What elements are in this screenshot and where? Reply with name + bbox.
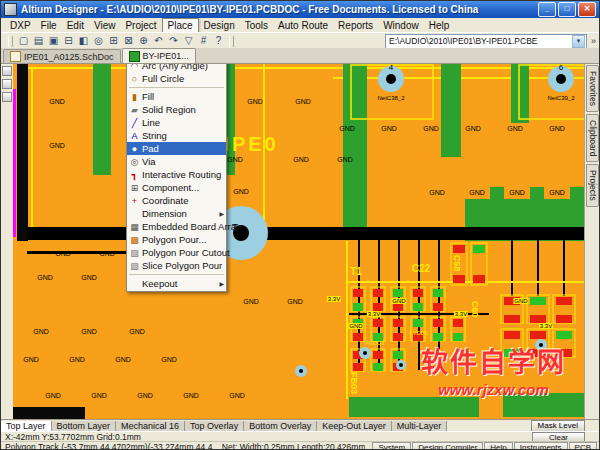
menubar-item-dxp[interactable]: DXP xyxy=(5,19,36,32)
layer-tab-mechanical-16[interactable]: Mechanical 16 xyxy=(116,421,185,432)
menubar-item-reports[interactable]: Reports xyxy=(333,19,378,32)
submenu-arrow-icon: ▶ xyxy=(216,210,224,217)
place-menu-item-slice-polygon-pour[interactable]: ▧Slice Polygon Pour xyxy=(127,259,226,272)
print-preview-icon[interactable]: ◧ xyxy=(76,34,91,48)
panel-button-system[interactable]: System xyxy=(372,442,411,450)
solid-region-icon: ▰ xyxy=(127,105,142,115)
place-menu-item-string[interactable]: AString xyxy=(127,129,226,142)
close-button[interactable]: ✕ xyxy=(578,2,596,17)
place-menu-item-pad[interactable]: ●Pad xyxy=(127,142,226,155)
menu-item-label: Pad xyxy=(142,143,216,154)
menubar-item-view[interactable]: View xyxy=(89,19,121,32)
place-menu-item-dimension[interactable]: Dimension▶ xyxy=(127,207,226,220)
menubar-item-file[interactable]: File xyxy=(36,19,62,32)
pcb-canvas[interactable] xyxy=(13,63,587,419)
menu-item-label: Polygon Pour Cutout xyxy=(142,247,230,258)
layer-tab-bottom-layer[interactable]: Bottom Layer xyxy=(52,421,117,432)
left-tool-button-1[interactable] xyxy=(2,66,12,76)
place-menu-item-full-circle[interactable]: ○Full Circle xyxy=(127,72,226,85)
doc-tab-label: BY-IPE01... xyxy=(143,51,189,61)
coordinate-icon: + xyxy=(127,196,142,206)
zoom-area-icon[interactable]: ⊞ xyxy=(106,34,121,48)
fill-icon: ▮ xyxy=(127,92,142,102)
save-icon[interactable]: ▣ xyxy=(46,34,61,48)
toolbar-overflow-button[interactable]: » xyxy=(591,36,596,46)
panel-button-design-compiler[interactable]: Design Compiler xyxy=(412,442,483,450)
zoom-selection-icon[interactable]: ⊠ xyxy=(121,34,136,48)
cross-probe-icon[interactable]: ⊕ xyxy=(136,34,151,48)
menubar-item-place[interactable]: Place xyxy=(162,18,199,32)
sch-doc-icon xyxy=(10,51,21,62)
layer-tab-top-overlay[interactable]: Top Overlay xyxy=(185,421,244,432)
status-bar-hint: Polygon Track (-53.7mm,44.4702mm)(-33.27… xyxy=(1,441,599,450)
place-menu-item-polygon-pour[interactable]: ▩Polygon Pour... xyxy=(127,233,226,246)
undo-icon[interactable]: ↶ xyxy=(151,34,166,48)
filter-icon[interactable]: ▽ xyxy=(181,34,196,48)
menubar-item-window[interactable]: Window xyxy=(378,19,424,32)
pcb-artwork xyxy=(13,63,587,419)
maximize-button[interactable]: □ xyxy=(558,2,576,17)
main-area: FavoritesClipboardProjects xyxy=(1,63,599,419)
toolbar-grip[interactable] xyxy=(8,36,13,47)
menu-item-label: Embedded Board Array xyxy=(142,221,241,232)
panel-button-help[interactable]: Help xyxy=(484,442,512,450)
menu-item-label: Full Circle xyxy=(142,73,216,84)
menu-separator xyxy=(129,274,224,275)
panel-button-pcb[interactable]: PCB xyxy=(569,442,597,450)
redo-icon[interactable]: ↷ xyxy=(166,34,181,48)
panel-tab-projects[interactable]: Projects xyxy=(586,164,599,207)
left-tool-button-2[interactable] xyxy=(2,79,12,89)
menu-separator xyxy=(129,87,224,88)
panel-tab-clipboard[interactable]: Clipboard xyxy=(586,114,599,162)
document-path-combo[interactable]: E:\AUDIO\2010\IPE01\BY-IPE01.PCBE ▼ xyxy=(385,34,587,49)
menu-item-label: Keepout xyxy=(142,278,216,289)
place-menu-item-coordinate[interactable]: +Coordinate xyxy=(127,194,226,207)
menubar-item-tools[interactable]: Tools xyxy=(240,19,273,32)
pcb-doc-icon xyxy=(129,51,140,62)
place-menu-item-line[interactable]: ╱Line xyxy=(127,116,226,129)
place-menu-item-solid-region[interactable]: ▰Solid Region xyxy=(127,103,226,116)
menu-item-label: Slice Polygon Pour xyxy=(142,260,222,271)
layer-tab-multi-layer[interactable]: Multi-Layer xyxy=(392,421,448,432)
snap-grid-icon[interactable]: # xyxy=(196,34,211,48)
menubar-item-design[interactable]: Design xyxy=(199,19,240,32)
place-menu-item-embedded-board-array[interactable]: ▦Embedded Board Array xyxy=(127,220,226,233)
place-menu-item-fill[interactable]: ▮Fill xyxy=(127,90,226,103)
place-menu-item-polygon-pour-cutout[interactable]: ▨Polygon Pour Cutout xyxy=(127,246,226,259)
layer-tab-bottom-overlay[interactable]: Bottom Overlay xyxy=(244,421,317,432)
panel-button-instruments[interactable]: Instruments xyxy=(514,442,568,450)
help-icon[interactable]: ? xyxy=(211,34,226,48)
menubar-item-project[interactable]: Project xyxy=(120,19,161,32)
zoom-fit-icon[interactable]: ◎ xyxy=(91,34,106,48)
menubar-item-edit[interactable]: Edit xyxy=(62,19,89,32)
left-tool-button-3[interactable] xyxy=(2,92,12,102)
layer-tab-keep-out-layer[interactable]: Keep-Out Layer xyxy=(317,421,392,432)
menubar-item-auto-route[interactable]: Auto Route xyxy=(273,19,333,32)
doc-tab-ipe01-a0125-schdoc[interactable]: IPE01_A0125.SchDoc xyxy=(3,49,121,63)
menu-item-label: Solid Region xyxy=(142,104,216,115)
component-icon: ⊞ xyxy=(127,183,142,193)
hint-status: Polygon Track (-53.7mm,44.4702mm)(-33.27… xyxy=(5,442,365,450)
embedded-board-array-icon: ▦ xyxy=(127,222,142,232)
menubar-item-help[interactable]: Help xyxy=(424,19,455,32)
menu-item-label: Line xyxy=(142,117,216,128)
doc-tab-label: IPE01_A0125.SchDoc xyxy=(24,52,114,62)
menu-item-label: Interactive Routing xyxy=(142,169,221,180)
place-menu-item-via[interactable]: ◎Via xyxy=(127,155,226,168)
doc-tab-by-ipe01[interactable]: BY-IPE01... xyxy=(122,48,196,63)
place-menu-item-keepout[interactable]: Keepout▶ xyxy=(127,277,226,290)
place-menu-item-interactive-routing[interactable]: ┓Interactive Routing xyxy=(127,168,226,181)
layer-tab-top-layer[interactable]: Top Layer xyxy=(1,421,52,432)
panel-tab-favorites[interactable]: Favorites xyxy=(586,65,599,112)
print-icon[interactable]: ⊟ xyxy=(61,34,76,48)
minimize-button[interactable]: _ xyxy=(538,2,556,17)
open-document-icon[interactable]: ▤ xyxy=(31,34,46,48)
combo-dropdown-icon[interactable]: ▼ xyxy=(572,35,585,48)
menu-bar: DXPFileEditViewProjectPlaceDesignToolsAu… xyxy=(1,18,599,32)
full-circle-icon: ○ xyxy=(127,74,142,84)
via-icon: ◎ xyxy=(127,157,142,167)
toolbar-grip2[interactable] xyxy=(229,36,234,47)
interactive-routing-icon: ┓ xyxy=(127,170,142,180)
place-menu-item-component[interactable]: ⊞Component... xyxy=(127,181,226,194)
new-document-icon[interactable]: ▢ xyxy=(16,34,31,48)
